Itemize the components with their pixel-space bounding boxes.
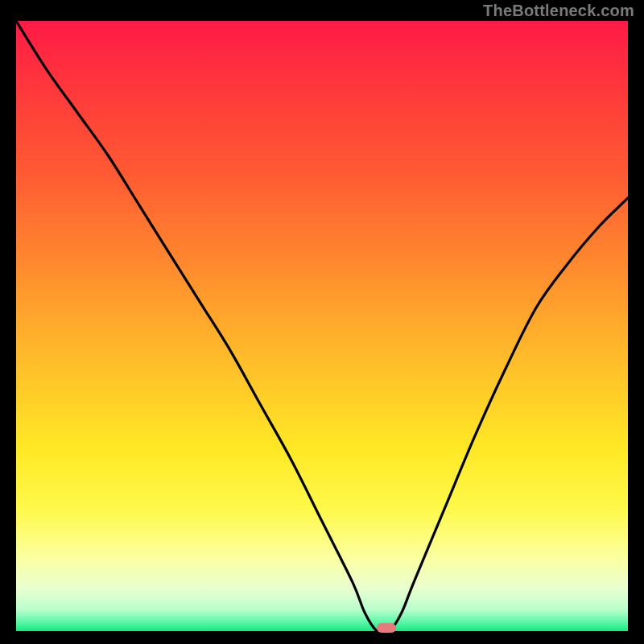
watermark-text: TheBottleneck.com <box>483 2 634 20</box>
plot-area <box>16 21 628 631</box>
minimum-marker <box>377 623 396 633</box>
svg-rect-0 <box>16 21 628 631</box>
background-gradient <box>16 21 628 631</box>
chart-frame: TheBottleneck.com <box>0 0 644 644</box>
